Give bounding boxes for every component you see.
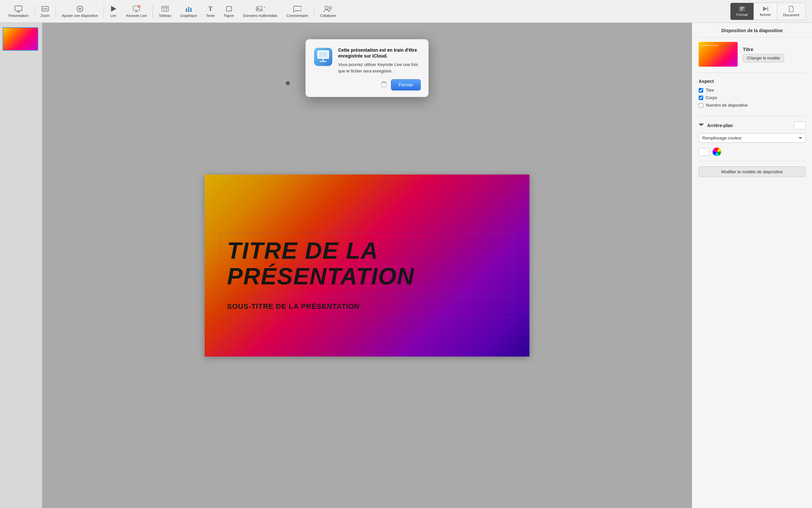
- toolbar-play[interactable]: Lire: [105, 0, 122, 23]
- document-label: Document: [783, 13, 799, 17]
- modal-footer: Fermer: [314, 78, 421, 90]
- toolbar-format[interactable]: Format: [730, 3, 754, 20]
- toolbar-collaborer[interactable]: Collaborer: [316, 0, 341, 23]
- lorem-text: LOREM IPSUM DOLOR: [701, 45, 718, 46]
- arriere-plan-text: Arrière-plan: [707, 123, 733, 128]
- sep3: [104, 5, 104, 18]
- texte-icon: T: [207, 5, 214, 12]
- numero-checkbox-label: Numéro de diapositive: [706, 103, 748, 108]
- change-model-button[interactable]: Changer le modèle: [743, 54, 784, 62]
- color-swatch[interactable]: [699, 148, 710, 156]
- zoom-label: Zoom: [41, 14, 50, 17]
- canvas-area[interactable]: TITRE DE LA PRÉSENTATION SOUS-TITRE DE L…: [42, 23, 692, 508]
- toolbar: Présentation 54% Zoom Ajouter une diapos…: [0, 0, 812, 23]
- keynote-live-icon: [132, 5, 141, 12]
- model-info: Titre Changer le modèle: [743, 46, 784, 62]
- right-panel-title: Disposition de la diapositive: [692, 23, 812, 37]
- figure-label: Figure: [224, 14, 234, 17]
- svg-text:T: T: [208, 5, 212, 12]
- toolbar-zoom[interactable]: 54% Zoom: [36, 0, 54, 23]
- toolbar-document[interactable]: Document: [777, 3, 805, 20]
- svg-marker-8: [111, 6, 116, 12]
- arriere-plan-color[interactable]: [794, 122, 806, 129]
- color-wheel-icon[interactable]: [712, 147, 721, 156]
- main-area: 1 TITRE DE LA PRÉSENTATION SOUS-TITRE DE…: [0, 23, 812, 508]
- slide-panel: 1: [0, 23, 42, 508]
- tableau-icon: [161, 5, 169, 12]
- svg-marker-33: [763, 6, 767, 11]
- modal-overlay: Cette présentation est en train d'être e…: [42, 23, 692, 508]
- toolbar-texte[interactable]: T Texte: [202, 0, 219, 23]
- numero-checkbox[interactable]: [699, 103, 703, 108]
- svg-rect-14: [162, 6, 168, 11]
- toolbar-figure[interactable]: Figure: [219, 0, 238, 23]
- presentation-label: Présentation: [8, 14, 29, 17]
- dropdown-row: Remplissage couleur: [692, 132, 812, 146]
- svg-rect-0: [15, 6, 22, 11]
- modal-keynote-icon: [314, 47, 333, 67]
- slide-thumbnail-1[interactable]: [3, 27, 38, 51]
- titre-checkbox-label: Titre: [706, 88, 714, 93]
- svg-rect-24: [256, 6, 262, 11]
- toolbar-keynote-live[interactable]: Keynote Live: [122, 0, 151, 23]
- svg-text:▼: ▼: [264, 6, 265, 9]
- modify-model-button[interactable]: Modifier le modèle de diapositive: [699, 166, 806, 177]
- arriere-plan-row: Arrière-plan: [692, 118, 812, 132]
- document-icon: [789, 5, 794, 12]
- model-name: Titre: [743, 46, 784, 52]
- texte-label: Texte: [206, 14, 215, 17]
- svg-rect-23: [226, 6, 232, 11]
- remplissage-dropdown[interactable]: Remplissage couleur: [699, 133, 806, 143]
- svg-point-27: [325, 6, 328, 9]
- graphique-icon: [185, 5, 193, 12]
- toolbar-animer[interactable]: Animer: [754, 3, 777, 20]
- corps-checkbox-label: Corps: [706, 95, 717, 100]
- toolbar-add-slide[interactable]: Ajouter une diapositive: [57, 0, 102, 23]
- animer-icon: [762, 6, 769, 12]
- format-label: Format: [736, 13, 748, 16]
- play-icon: [110, 5, 117, 12]
- presentation-icon: [14, 5, 23, 12]
- animer-label: Animer: [760, 13, 771, 16]
- svg-rect-39: [319, 52, 327, 57]
- modal-dialog: Cette présentation est en train d'être e…: [305, 39, 429, 97]
- titre-checkbox[interactable]: [699, 88, 703, 93]
- divider2: [699, 116, 806, 116]
- corps-checkbox-row: Corps: [699, 95, 806, 100]
- collaborer-label: Collaborer: [320, 14, 336, 17]
- aspect-label: Aspect: [699, 79, 806, 84]
- zoom-icon: 54%: [42, 5, 49, 12]
- add-slide-label: Ajouter une diapositive: [62, 14, 98, 17]
- toolbar-multimedia[interactable]: ▼ Données multimédias: [238, 0, 282, 23]
- svg-rect-18: [186, 8, 187, 11]
- modal-body-text: Vous pourrez utiliser Keynote Live une f…: [338, 61, 421, 74]
- toolbar-commentaire[interactable]: Commentaire: [282, 0, 313, 23]
- arriere-plan-label: Arrière-plan: [699, 123, 733, 128]
- corps-checkbox[interactable]: [699, 95, 703, 100]
- color-row: [692, 146, 812, 160]
- sep5: [314, 5, 314, 18]
- modal-content: Cette présentation est en train d'être e…: [338, 47, 421, 74]
- sep2: [55, 5, 56, 18]
- loading-spinner: [381, 82, 387, 88]
- tableau-label: Tableau: [159, 14, 172, 17]
- model-preview-area: LOREM IPSUM DOLOR Titre Changer le modèl…: [692, 37, 812, 71]
- svg-rect-19: [188, 7, 189, 11]
- format-icon: [738, 6, 746, 12]
- toolbar-presentation[interactable]: Présentation: [4, 0, 33, 23]
- keynote-live-label: Keynote Live: [126, 14, 147, 17]
- figure-icon: [225, 5, 233, 12]
- right-panel: Disposition de la diapositive LOREM IPSU…: [692, 23, 812, 508]
- close-button[interactable]: Fermer: [391, 79, 421, 90]
- sep1: [35, 5, 35, 18]
- titre-checkbox-row: Titre: [699, 88, 806, 93]
- collapse-triangle[interactable]: [699, 124, 704, 128]
- divider1: [699, 73, 806, 73]
- graphique-label: Graphique: [180, 14, 197, 17]
- toolbar-tableau[interactable]: Tableau: [154, 0, 176, 23]
- model-thumbnail: LOREM IPSUM DOLOR: [699, 42, 737, 67]
- toolbar-graphique[interactable]: Graphique: [176, 0, 201, 23]
- svg-point-28: [329, 6, 332, 9]
- modal-title: Cette présentation est en train d'être e…: [338, 47, 421, 59]
- multimedia-label: Données multimédias: [243, 14, 277, 17]
